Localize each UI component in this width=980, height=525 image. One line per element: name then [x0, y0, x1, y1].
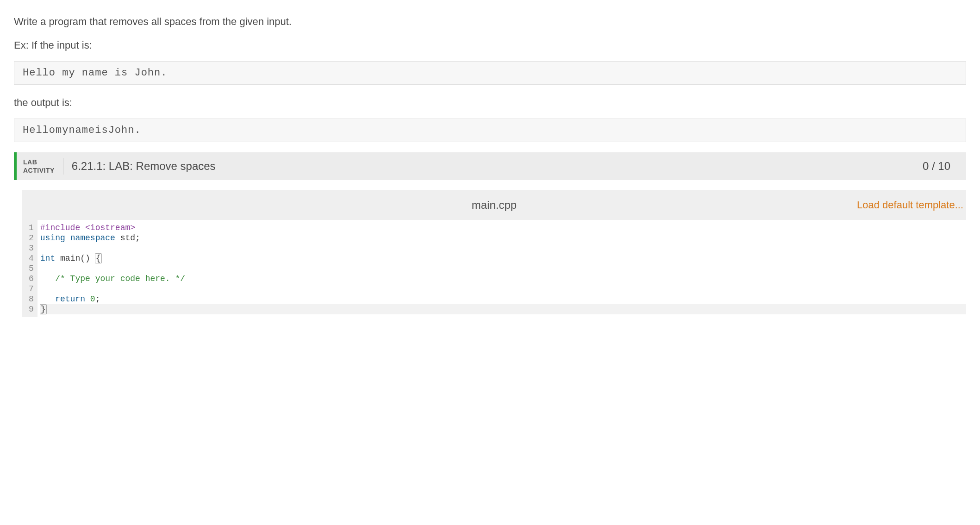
- editor-panel: main.cpp Load default template... 123456…: [22, 190, 966, 317]
- editor-body: 123456789 #include <iostream>using names…: [22, 220, 966, 317]
- line-number: 2: [29, 233, 34, 243]
- code-editor[interactable]: #include <iostream>using namespace std; …: [37, 220, 966, 317]
- lab-activity-badge: LAB ACTIVITY: [23, 158, 63, 175]
- code-line[interactable]: }: [40, 304, 966, 314]
- line-number: 7: [29, 284, 34, 294]
- code-line[interactable]: [40, 263, 966, 274]
- code-line[interactable]: /* Type your code here. */: [40, 274, 966, 284]
- prompt-example-label: Ex: If the input is:: [14, 38, 966, 53]
- line-number-gutter: 123456789: [22, 220, 37, 317]
- code-line[interactable]: return 0;: [40, 294, 966, 304]
- prompt-output-label: the output is:: [14, 95, 966, 110]
- prompt-intro: Write a program that removes all spaces …: [14, 14, 966, 29]
- lab-score: 0 / 10: [923, 160, 950, 173]
- editor-filename: main.cpp: [472, 199, 517, 212]
- line-number: 8: [29, 294, 34, 304]
- line-number: 6: [29, 274, 34, 284]
- code-line[interactable]: using namespace std;: [40, 233, 966, 243]
- load-default-template-link[interactable]: Load default template...: [857, 199, 966, 211]
- lab-header: LAB ACTIVITY 6.21.1: LAB: Remove spaces …: [14, 152, 966, 180]
- example-output-block: HellomynameisJohn.: [14, 119, 966, 142]
- example-input-block: Hello my name is John.: [14, 61, 966, 85]
- code-line[interactable]: [40, 243, 966, 253]
- page-container: Write a program that removes all spaces …: [0, 0, 980, 317]
- line-number: 4: [29, 253, 34, 263]
- line-number: 5: [29, 263, 34, 274]
- code-line[interactable]: [40, 284, 966, 294]
- code-line[interactable]: #include <iostream>: [40, 223, 966, 233]
- lab-title: 6.21.1: LAB: Remove spaces: [72, 160, 923, 173]
- line-number: 1: [29, 223, 34, 233]
- lab-badge-line2: ACTIVITY: [23, 166, 55, 175]
- editor-tabbar: main.cpp Load default template...: [22, 190, 966, 220]
- code-line[interactable]: int main() {: [40, 253, 966, 263]
- lab-badge-line1: LAB: [23, 158, 55, 166]
- line-number: 9: [29, 304, 34, 314]
- line-number: 3: [29, 243, 34, 253]
